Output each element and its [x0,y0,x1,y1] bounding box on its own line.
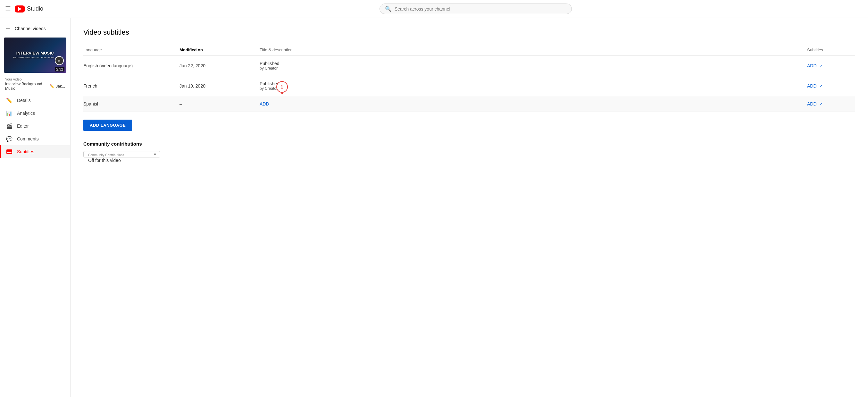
date-spanish: – [180,101,182,106]
add-language-button[interactable]: ADD LANGUAGE [83,120,132,131]
chevron-down-icon: ▾ [154,152,156,157]
thumbnail-image: INTERVIEW MUSIC BACKGROUND MUSIC FOR VID… [4,37,66,73]
sidebar-item-comments[interactable]: 💬 Comments [0,132,70,145]
page-title: Video subtitles [83,28,855,36]
svg-rect-2 [10,151,11,151]
cell-status-english: Published by Creator [260,61,807,70]
layout: ← Channel videos INTERVIEW MUSIC BACKGRO… [0,18,868,397]
main-content: Video subtitles Language Modified on Tit… [70,18,868,397]
thumbnail-title: INTERVIEW MUSIC [13,51,57,56]
svg-rect-3 [7,152,11,153]
cell-subtitles-english: ADD ↗ [807,63,855,68]
cell-date-french: Jan 19, 2020 [180,83,260,89]
cell-date-english: Jan 22, 2020 [180,63,260,68]
cell-status-french: Published by Creator 1 [260,81,807,91]
date-french: Jan 19, 2020 [180,83,206,89]
add-subtitles-english[interactable]: ADD [807,63,817,68]
sidebar-item-label-subtitles: Subtitles [17,149,34,154]
community-contributions-section: Community contributions Community Contri… [83,141,855,158]
add-title-spanish[interactable]: ADD [260,101,269,106]
status-by-english: by Creator [260,66,279,70]
table-header: Language Modified on Title & description… [83,44,855,56]
sidebar-item-editor[interactable]: 🎬 Editor [0,120,70,132]
edit-icon: ✏️ [50,84,55,89]
video-thumbnail: INTERVIEW MUSIC BACKGROUND MUSIC FOR VID… [4,37,66,73]
subtitles-table: Language Modified on Title & description… [83,44,855,112]
sidebar-item-label-editor: Editor [17,123,29,129]
header-left: ☰ Studio [5,5,89,13]
thumbnail-subtitle: BACKGROUND MUSIC FOR VIDEOS [13,56,57,59]
comments-icon: 💬 [6,135,12,142]
add-subtitles-spanish[interactable]: ADD [807,101,817,106]
details-icon: ✏️ [6,97,12,103]
editor-icon: 🎬 [6,123,12,129]
date-english: Jan 22, 2020 [180,63,206,68]
language-english: English (video language) [83,63,133,68]
external-link-icon-english[interactable]: ↗ [819,63,823,68]
add-subtitles-french[interactable]: ADD [807,83,817,89]
thumbnail-logo: M [55,56,64,65]
thumbnail-text: INTERVIEW MUSIC BACKGROUND MUSIC FOR VID… [10,48,60,62]
sidebar-item-label-comments: Comments [17,136,39,142]
cell-language-english: English (video language) [83,63,180,68]
thumbnail-duration: 2:32 [55,67,64,71]
table-row: French Jan 19, 2020 Published by Creator… [83,76,855,96]
hamburger-menu[interactable]: ☰ [5,5,11,13]
status-english: Published by Creator [260,61,279,70]
logo: Studio [15,5,43,12]
tooltip-bubble: 1 [276,81,288,93]
language-spanish: Spanish [83,101,100,106]
language-french: French [83,83,97,89]
svg-rect-1 [7,151,9,151]
header: ☰ Studio 🔍 [0,0,868,18]
back-arrow-icon: ← [5,25,11,32]
table-row: Spanish – ADD ADD ↗ [83,96,855,112]
search-bar: 🔍 [89,3,863,14]
your-video-title: Interview Background Music ✏️ Jak... [0,82,70,94]
sidebar-item-label-details: Details [17,98,31,103]
col-header-title-desc: Title & description [260,48,807,52]
logo-text: Studio [27,5,43,12]
search-input-wrap: 🔍 [379,3,572,14]
subtitles-icon [6,149,12,155]
svg-rect-0 [6,149,12,154]
dropdown-box[interactable]: Community Contributions Off for this vid… [83,151,160,157]
external-link-icon-spanish[interactable]: ↗ [819,102,823,106]
status-published-english: Published [260,61,279,66]
col-header-modified: Modified on [180,48,260,52]
sidebar-back-label: Channel videos [15,26,46,31]
sidebar-item-details[interactable]: ✏️ Details [0,94,70,107]
sidebar-back-button[interactable]: ← Channel videos [0,22,70,35]
your-video-label: Your video [0,75,70,82]
community-contributions-dropdown[interactable]: Community Contributions Off for this vid… [83,151,160,157]
analytics-icon: 📊 [6,110,12,116]
col-header-subtitles: Subtitles [807,48,855,52]
search-input[interactable] [395,6,566,11]
cell-subtitles-spanish: ADD ↗ [807,101,855,106]
youtube-icon [15,5,25,12]
table-row: English (video language) Jan 22, 2020 Pu… [83,56,855,76]
sidebar: ← Channel videos INTERVIEW MUSIC BACKGRO… [0,18,70,397]
video-title-text: Interview Background Music [5,82,49,91]
cell-date-spanish: – [180,101,260,106]
cell-subtitles-french: ADD ↗ [807,83,855,89]
col-header-language: Language [83,48,180,52]
sidebar-item-subtitles[interactable]: Subtitles [0,145,70,158]
dropdown-value: Off for this video [88,158,121,163]
sidebar-item-analytics[interactable]: 📊 Analytics [0,107,70,120]
external-link-icon-french[interactable]: ↗ [819,84,823,88]
cell-language-spanish: Spanish [83,101,180,106]
dropdown-label: Community Contributions [88,153,124,157]
video-title-short: Jak... [56,84,65,89]
cell-language-french: French [83,83,180,89]
search-icon: 🔍 [385,6,391,12]
community-contributions-title: Community contributions [83,141,855,147]
cell-status-spanish: ADD [260,101,807,106]
sidebar-item-label-analytics: Analytics [17,111,35,116]
